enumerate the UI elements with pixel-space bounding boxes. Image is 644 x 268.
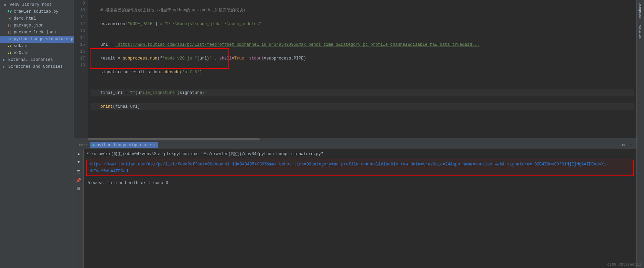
run-tab[interactable]: ▶ python huoqu signature ✕ <box>90 142 158 148</box>
run-content: ▲ ▼ ☰ 📌 🗑 E:\crawler(爬虫)\day04\venv\Scri… <box>74 149 636 268</box>
sidebar-item-label: python huoqu signature.py <box>14 37 76 42</box>
lib-icon: ▶ <box>1 57 7 63</box>
run-label: run: <box>77 142 90 148</box>
sidebar-item-label: venv library root <box>10 2 52 7</box>
run-tab-icon: ▶ <box>93 142 95 148</box>
html-icon: H <box>7 16 12 21</box>
sidebar: ▶ venv library root PY crawler toutiao.p… <box>0 0 74 268</box>
run-output: E:\crawler(爬虫)\day04\venv\Scripts\python… <box>84 149 636 268</box>
sidebar-item-crawler-toutiao[interactable]: PY crawler toutiao.py <box>0 8 74 15</box>
json-icon: {} <box>7 30 12 35</box>
js-icon: JS <box>7 43 12 49</box>
sidebar-item-label: Scratches and Consoles <box>8 64 63 69</box>
sidebar-item-label: sdk.js <box>14 44 29 49</box>
url-output-highlight: https://www.toutiao.com/api/pc/list/feed… <box>86 160 634 176</box>
sidebar-item-sdk-js[interactable]: JS sdk.js <box>0 43 74 50</box>
run-panel-header: run: ▶ python huoqu signature ✕ ⚙ — <box>74 141 636 149</box>
scratch-icon: ▶ <box>1 64 7 69</box>
sidebar-item-label: crawler toutiao.py <box>14 9 58 14</box>
minimize-button[interactable]: — <box>628 142 634 148</box>
sidebar-item-label: package-lock.json <box>14 30 56 35</box>
code-content[interactable]: # 根据自己的操作系统去修改（相当于python的sys.path，加载安装的模… <box>88 0 636 138</box>
editor-area: 9 10 11 12 13 14 15 16 17 18 # 根据自己的操作系统… <box>74 0 636 141</box>
line-numbers: 9 10 11 12 13 14 15 16 17 18 <box>74 0 88 138</box>
sidebar-item-venv[interactable]: ▶ venv library root <box>0 1 74 8</box>
json-icon: {} <box>7 23 12 28</box>
list-icon[interactable]: ☰ <box>75 169 82 175</box>
py-icon: PY <box>7 36 12 42</box>
database-tab[interactable]: Database <box>637 0 643 22</box>
scroll-down-button[interactable]: ▼ <box>75 159 82 166</box>
sidebar-item-package-json[interactable]: {} package.json <box>0 22 74 29</box>
sciview-tab[interactable]: SciView <box>637 22 643 42</box>
sidebar-section: ▶ venv library root PY crawler toutiao.p… <box>0 0 74 72</box>
sidebar-item-label: package.json <box>14 23 43 28</box>
sidebar-item-scratches[interactable]: ▶ Scratches and Consoles <box>0 63 74 70</box>
pin-button[interactable]: 📌 <box>75 177 82 184</box>
py-icon: PY <box>7 9 12 14</box>
trash-button[interactable]: 🗑 <box>75 185 82 192</box>
run-command: E:\crawler(爬虫)\day04\venv\Scripts\python… <box>86 151 634 158</box>
sidebar-item-python-huoqu[interactable]: PY python huoqu signature.py <box>0 36 74 43</box>
url-output-wrapper: https://www.toutiao.com/api/pc/list/feed… <box>86 159 634 177</box>
right-panel: Database SciView <box>636 0 644 268</box>
run-panel: run: ▶ python huoqu signature ✕ ⚙ — ▲ ▼ … <box>74 141 636 268</box>
sidebar-item-package-lock-json[interactable]: {} package-lock.json <box>0 29 74 36</box>
run-panel-tools: ⚙ — <box>621 142 634 148</box>
run-side-buttons: ▲ ▼ ☰ 📌 🗑 <box>74 149 84 268</box>
sidebar-item-label: v20.js <box>14 51 29 55</box>
settings-button[interactable]: ⚙ <box>621 142 626 148</box>
main-area: ▶ venv library root PY crawler toutiao.p… <box>0 0 644 268</box>
sidebar-item-label: demo.html <box>14 16 36 21</box>
sidebar-item-demo-html[interactable]: H demo.html <box>0 15 74 22</box>
sidebar-item-label: External Libraries <box>8 57 53 62</box>
watermark: CSDN @Stara0511 <box>607 262 641 267</box>
sidebar-item-external-libs[interactable]: ▶ External Libraries <box>0 56 74 63</box>
folder-icon: ▶ <box>3 2 8 8</box>
url-output-link[interactable]: https://www.toutiao.com/api/pc/list/feed… <box>88 162 609 174</box>
run-tab-label: python huoqu signature <box>97 143 151 148</box>
horizontal-scrollbar[interactable] <box>74 138 636 141</box>
process-done: Process finished with exit code 0 <box>86 180 634 186</box>
scroll-up-button[interactable]: ▲ <box>75 151 82 158</box>
run-tab-close[interactable]: ✕ <box>153 143 155 147</box>
scrollbar-thumb <box>88 138 260 140</box>
js-icon: JS <box>7 50 12 56</box>
code-container: 9 10 11 12 13 14 15 16 17 18 # 根据自己的操作系统… <box>74 0 636 138</box>
sidebar-item-v20-js[interactable]: JS v20.js <box>0 50 74 56</box>
